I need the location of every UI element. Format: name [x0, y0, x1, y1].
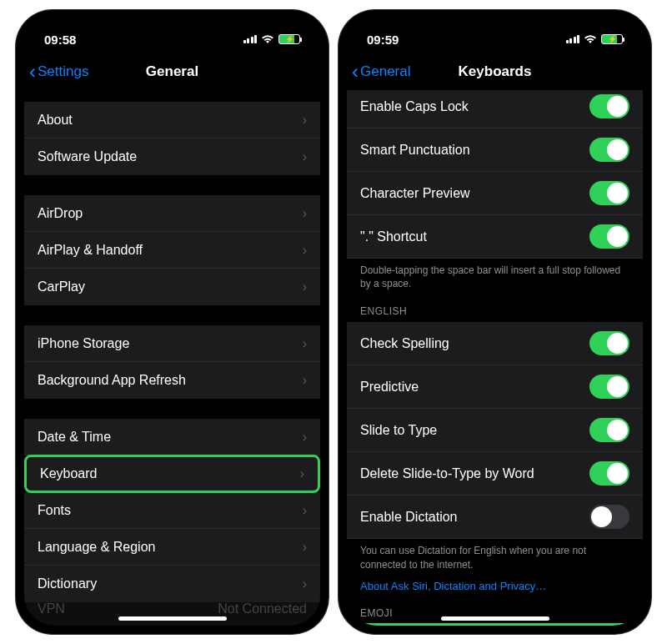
row-label: Enable Caps Lock: [360, 99, 469, 114]
row-carplay[interactable]: CarPlay›: [24, 269, 320, 305]
row-language-region[interactable]: Language & Region›: [24, 529, 320, 566]
row-label: Background App Refresh: [38, 373, 186, 388]
status-right: ⚡: [243, 34, 301, 44]
row-label: "." Shortcut: [360, 229, 427, 244]
chevron-right-icon: ›: [303, 373, 307, 388]
row-delete-slide-to-type-by-word[interactable]: Delete Slide-to-Type by Word: [347, 452, 643, 496]
row-label: Character Preview: [360, 186, 470, 201]
row-label: VPN: [38, 601, 65, 616]
row-label: iPhone Storage: [38, 336, 129, 351]
toggle-switch[interactable]: [589, 224, 629, 249]
row-slide-to-type[interactable]: Slide to Type: [347, 409, 643, 452]
chevron-left-icon: ‹: [29, 62, 36, 82]
row-check-spelling[interactable]: Check Spelling: [347, 322, 643, 365]
section-footer: You can use Dictation for English when y…: [347, 539, 643, 571]
toggle-switch[interactable]: [589, 461, 629, 486]
chevron-right-icon: ›: [303, 576, 307, 591]
row-label: Software Update: [38, 149, 137, 164]
chevron-right-icon: ›: [303, 243, 307, 258]
toggle-switch[interactable]: [589, 505, 629, 529]
status-right: ⚡: [566, 34, 624, 44]
notch: [106, 10, 239, 32]
cellular-signal-icon: [243, 35, 258, 43]
section-header-english: ENGLISH: [347, 290, 643, 322]
row-label: Keyboard: [40, 466, 98, 481]
page-title: General: [146, 63, 198, 80]
content-scroll[interactable]: About› Software Update› AirDrop› AirPlay…: [24, 90, 320, 626]
settings-group: About› Software Update›: [24, 102, 320, 175]
toggle-switch[interactable]: [589, 94, 629, 118]
row-label: Date & Time: [38, 430, 111, 445]
toggle-switch[interactable]: [589, 418, 629, 442]
privacy-link[interactable]: About Ask Siri, Dictation and Privacy…: [347, 571, 643, 592]
row-label: CarPlay: [38, 279, 85, 294]
nav-bar: ‹ General Keyboards: [347, 53, 643, 90]
home-indicator[interactable]: [118, 616, 227, 621]
row-label: Predictive: [360, 380, 419, 395]
chevron-right-icon: ›: [303, 540, 307, 555]
row-label: Check Spelling: [360, 336, 449, 351]
row-label: Fonts: [38, 503, 71, 518]
status-time: 09:59: [367, 33, 399, 47]
status-time: 09:58: [44, 33, 76, 47]
row-vpn-partial[interactable]: VPN Not Connected: [24, 592, 320, 626]
chevron-right-icon: ›: [303, 430, 307, 445]
row-software-update[interactable]: Software Update›: [24, 138, 320, 175]
row-enable-dictation[interactable]: Enable Dictation: [347, 496, 643, 539]
wifi-icon: [261, 34, 274, 44]
row-fonts[interactable]: Fonts›: [24, 492, 320, 529]
row-iphone-storage[interactable]: iPhone Storage›: [24, 325, 320, 362]
cellular-signal-icon: [566, 35, 580, 43]
chevron-right-icon: ›: [300, 466, 304, 481]
row-period-shortcut[interactable]: "." Shortcut: [347, 215, 643, 259]
chevron-right-icon: ›: [303, 503, 307, 518]
battery-charging-icon: ⚡: [278, 34, 300, 44]
row-label: Slide to Type: [360, 423, 437, 438]
battery-charging-icon: ⚡: [601, 34, 623, 44]
wifi-icon: [584, 34, 597, 44]
row-airplay-handoff[interactable]: AirPlay & Handoff›: [24, 232, 320, 269]
toggle-switch[interactable]: [589, 181, 629, 205]
row-smart-punctuation[interactable]: Smart Punctuation: [347, 128, 643, 172]
back-label: Settings: [38, 63, 88, 80]
row-background-app-refresh[interactable]: Background App Refresh›: [24, 362, 320, 399]
section-footer: Double-tapping the space bar will insert…: [347, 259, 643, 290]
row-label: AirPlay & Handoff: [38, 243, 143, 258]
row-label: Smart Punctuation: [360, 143, 470, 158]
back-button[interactable]: ‹ General: [352, 62, 410, 82]
back-label: General: [360, 63, 410, 80]
row-date-time[interactable]: Date & Time›: [24, 419, 320, 455]
screen-general-settings: 09:58 ⚡ ‹ Settings General About› Softwa…: [24, 18, 320, 626]
row-label: Language & Region: [38, 540, 155, 555]
row-character-preview[interactable]: Character Preview: [347, 172, 643, 215]
row-enable-caps-lock[interactable]: Enable Caps Lock: [347, 90, 643, 128]
row-detail: Not Connected: [218, 601, 307, 616]
chevron-right-icon: ›: [303, 279, 307, 294]
chevron-right-icon: ›: [303, 149, 307, 164]
phone-left: 09:58 ⚡ ‹ Settings General About› Softwa…: [16, 10, 328, 634]
toggle-switch[interactable]: [589, 375, 629, 399]
toggle-switch[interactable]: [589, 138, 629, 162]
row-label: About: [38, 113, 73, 128]
chevron-left-icon: ‹: [352, 62, 359, 82]
settings-group: iPhone Storage› Background App Refresh›: [24, 325, 320, 399]
row-airdrop[interactable]: AirDrop›: [24, 195, 320, 232]
home-indicator[interactable]: [441, 616, 549, 621]
settings-group: Date & Time› Keyboard› Fonts› Language &…: [24, 419, 320, 602]
row-about[interactable]: About›: [24, 102, 320, 138]
phone-right: 09:59 ⚡ ‹ General Keyboards Enable Caps …: [339, 10, 651, 634]
toggle-switch[interactable]: [589, 331, 629, 355]
row-keyboard[interactable]: Keyboard›: [24, 455, 320, 493]
chevron-right-icon: ›: [303, 113, 307, 128]
settings-group: AirDrop› AirPlay & Handoff› CarPlay›: [24, 195, 320, 305]
back-button[interactable]: ‹ Settings: [29, 62, 88, 82]
page-title: Keyboards: [459, 63, 532, 80]
row-predictive[interactable]: Predictive: [347, 365, 643, 409]
screen-keyboards-settings: 09:59 ⚡ ‹ General Keyboards Enable Caps …: [347, 18, 643, 626]
row-label: Delete Slide-to-Type by Word: [360, 466, 534, 481]
row-label: Enable Dictation: [360, 510, 458, 525]
chevron-right-icon: ›: [303, 336, 307, 351]
row-label: Dictionary: [38, 576, 97, 591]
row-memoji-stickers[interactable]: Memoji Stickers: [347, 623, 643, 626]
content-scroll[interactable]: Enable Caps Lock Smart Punctuation Chara…: [347, 90, 643, 626]
